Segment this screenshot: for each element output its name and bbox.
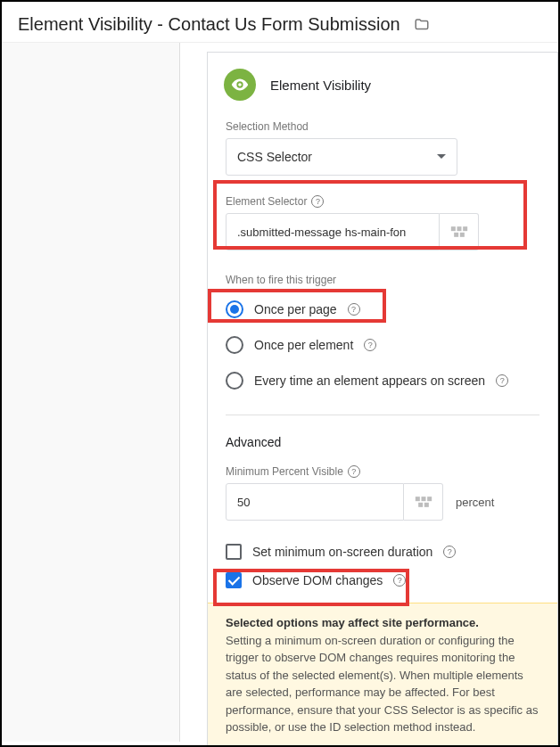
advanced-heading: Advanced [226,435,539,449]
svg-rect-5 [415,497,419,501]
help-icon[interactable]: ? [348,303,360,316]
svg-rect-3 [454,233,458,237]
selection-method-value: CSS Selector [237,150,312,164]
element-selector-input[interactable]: .submitted-message hs-main-fon [226,213,440,250]
checkbox-icon [226,544,242,560]
svg-rect-7 [427,497,432,501]
checkbox-observe-dom[interactable]: Observe DOM changes ? [226,563,539,592]
radio-icon [226,300,243,318]
svg-rect-2 [463,226,467,231]
help-icon[interactable]: ? [311,195,324,208]
card-title: Element Visibility [270,78,371,93]
svg-rect-9 [424,503,428,507]
svg-rect-8 [418,503,423,507]
folder-icon[interactable] [413,17,431,33]
selection-method-dropdown[interactable]: CSS Selector [226,138,457,176]
visibility-icon [224,69,256,101]
checkbox-min-duration[interactable]: Set minimum on-screen duration ? [226,535,539,563]
radio-once-per-page[interactable]: Once per page ? [226,291,539,327]
radio-every-time[interactable]: Every time an element appears on screen … [226,363,539,398]
radio-icon [226,336,243,354]
content: Element Visibility Selection Method CSS … [180,43,558,742]
element-selector-label: Element Selector ? [226,195,539,208]
brick-icon-button[interactable] [404,483,443,521]
selection-method-label: Selection Method [226,120,539,133]
radio-once-per-element[interactable]: Once per element ? [226,327,539,363]
svg-rect-0 [450,226,455,231]
help-icon[interactable]: ? [393,574,406,587]
radio-icon [226,372,243,390]
help-icon[interactable]: ? [364,339,376,351]
sidebar [2,43,180,742]
brick-icon-button[interactable] [440,213,479,250]
min-percent-label: Minimum Percent Visible ? [226,465,539,478]
percent-unit: percent [456,496,494,509]
svg-rect-1 [457,226,461,231]
performance-warning: Selected options may affect site perform… [208,603,557,747]
svg-rect-6 [421,497,425,501]
trigger-card: Element Visibility Selection Method CSS … [207,52,558,747]
min-percent-input[interactable]: 50 [226,483,404,521]
help-icon[interactable]: ? [496,374,508,387]
checkbox-icon [226,572,242,588]
page-title: Element Visibility - Contact Us Form Sub… [18,14,400,35]
svg-rect-4 [459,233,464,237]
chevron-down-icon [437,154,446,160]
help-icon[interactable]: ? [348,465,360,478]
help-icon[interactable]: ? [443,546,456,558]
page-header: Element Visibility - Contact Us Form Sub… [2,2,558,43]
when-to-fire-label: When to fire this trigger [226,274,539,286]
